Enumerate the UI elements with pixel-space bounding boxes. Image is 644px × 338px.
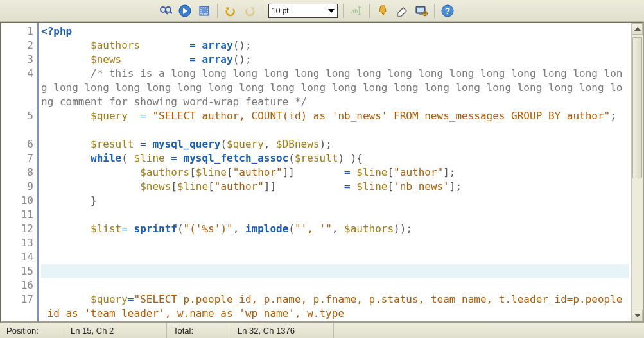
token-var: $line bbox=[177, 180, 208, 192]
token-plain: ( bbox=[288, 223, 295, 235]
token-fn: array bbox=[202, 53, 232, 65]
help-icon: ? bbox=[441, 4, 454, 17]
token-plain bbox=[41, 67, 91, 80]
select-all-button[interactable] bbox=[195, 2, 213, 20]
vertical-scrollbar[interactable] bbox=[631, 23, 643, 321]
scroll-thumb[interactable] bbox=[632, 37, 642, 178]
toolbar-separator bbox=[343, 4, 344, 18]
code-line[interactable] bbox=[41, 250, 629, 264]
svg-point-0 bbox=[161, 7, 166, 12]
status-position-value: Ln 15, Ch 2 bbox=[64, 323, 167, 338]
scroll-down-button[interactable] bbox=[632, 310, 643, 321]
svg-rect-11 bbox=[381, 15, 386, 16]
code-line[interactable]: $authors = array(); bbox=[41, 38, 629, 53]
token-op: = bbox=[189, 53, 202, 65]
token-plain: [ bbox=[208, 180, 214, 192]
rename-button[interactable]: ab bbox=[347, 2, 365, 20]
token-var: $line bbox=[196, 166, 227, 178]
rect-icon bbox=[198, 5, 210, 17]
redo-button[interactable] bbox=[241, 2, 259, 20]
token-plain: (); bbox=[233, 53, 252, 65]
code-line[interactable]: while( $line = mysql_fetch_assoc($result… bbox=[41, 151, 629, 165]
toolbar-separator bbox=[263, 4, 263, 18]
code-area[interactable]: <?php $authors = array(); $news = array(… bbox=[39, 23, 631, 321]
find-button[interactable] bbox=[157, 2, 175, 20]
svg-text:ab: ab bbox=[351, 7, 358, 15]
code-line[interactable]: $news = array(); bbox=[41, 53, 629, 67]
line-number: 1 bbox=[1, 24, 33, 38]
code-line[interactable] bbox=[41, 278, 629, 292]
token-var: $news bbox=[91, 53, 121, 65]
code-line[interactable]: $news[$line["author"]] = $line['nb_news'… bbox=[41, 180, 629, 194]
display-icon bbox=[415, 5, 428, 17]
token-cmt: /* this is a long long long long long lo… bbox=[41, 67, 622, 108]
token-plain: [ bbox=[387, 180, 394, 192]
code-line[interactable]: $query = "SELECT author, COUNT(id) as 'n… bbox=[41, 109, 629, 137]
token-var: $line bbox=[356, 180, 387, 192]
token-str: "SELECT author, COUNT(id) as 'nb_news' F… bbox=[152, 110, 610, 122]
line-gutter: 1234567891011121314151617 bbox=[1, 23, 39, 321]
token-plain: ) ){ bbox=[338, 152, 363, 164]
token-str: "('%s')" bbox=[184, 223, 233, 235]
code-line[interactable]: /* this is a long long long long long lo… bbox=[41, 67, 629, 109]
help-button[interactable]: ? bbox=[439, 2, 457, 20]
highlight-button[interactable] bbox=[374, 2, 392, 20]
code-line[interactable]: $list= sprintf("('%s')", implode("', '",… bbox=[41, 222, 629, 236]
statusbar: Position: Ln 15, Ch 2 Total: Ln 32, Ch 1… bbox=[0, 323, 644, 338]
token-var: $authors bbox=[91, 39, 140, 51]
toolbar-separator bbox=[434, 4, 435, 18]
token-plain: ( bbox=[121, 152, 134, 164]
svg-rect-14 bbox=[419, 13, 422, 15]
line-number: 8 bbox=[1, 165, 33, 180]
token-var: $query bbox=[91, 110, 128, 122]
token-plain: )); bbox=[394, 223, 412, 235]
line-number: 10 bbox=[1, 194, 33, 208]
svg-rect-13 bbox=[417, 8, 424, 12]
status-total-label: Total: bbox=[167, 323, 231, 338]
token-plain bbox=[41, 180, 140, 192]
toolbar: 10 pt ab bbox=[0, 0, 644, 22]
token-plain bbox=[41, 110, 91, 122]
line-number: 15 bbox=[1, 264, 33, 278]
code-line[interactable] bbox=[41, 208, 629, 222]
token-op: = bbox=[189, 39, 202, 51]
token-plain: } bbox=[41, 194, 97, 207]
undo-button[interactable] bbox=[222, 2, 239, 20]
go-button[interactable] bbox=[176, 2, 194, 20]
token-plain: ( bbox=[288, 152, 295, 164]
token-plain bbox=[41, 293, 91, 305]
line-number: 4 bbox=[1, 67, 33, 109]
token-plain: (); bbox=[233, 39, 252, 51]
line-number: 11 bbox=[1, 208, 33, 222]
svg-point-2 bbox=[166, 7, 171, 12]
token-str: "', '" bbox=[295, 223, 332, 235]
token-str: "author" bbox=[233, 166, 283, 178]
token-op: = bbox=[171, 152, 183, 164]
token-plain: ); bbox=[320, 138, 332, 150]
line-number: 16 bbox=[1, 278, 33, 292]
erase-button[interactable] bbox=[393, 2, 411, 20]
svg-text:?: ? bbox=[445, 6, 451, 16]
code-line[interactable]: $query="SELECT p.people_id, p.name, p.fn… bbox=[41, 292, 629, 321]
display-settings-button[interactable] bbox=[412, 2, 430, 20]
toolbar-separator bbox=[217, 4, 218, 18]
token-kw: while bbox=[91, 152, 121, 164]
token-plain: ]] bbox=[283, 166, 344, 178]
code-line[interactable]: } bbox=[41, 194, 629, 208]
font-size-value: 10 pt bbox=[272, 6, 289, 15]
code-line[interactable]: <?php bbox=[41, 24, 629, 38]
token-plain bbox=[128, 110, 140, 122]
token-plain: ]; bbox=[443, 166, 455, 178]
token-plain bbox=[41, 39, 91, 51]
scroll-up-button[interactable] bbox=[632, 23, 643, 35]
token-op: = bbox=[140, 138, 152, 150]
erase-icon bbox=[396, 5, 408, 17]
token-var: $result bbox=[295, 152, 338, 164]
code-line[interactable]: $result = mysql_query($query, $DBnews); bbox=[41, 137, 629, 151]
status-total-value: Ln 32, Ch 1376 bbox=[231, 323, 334, 338]
code-line[interactable] bbox=[41, 236, 629, 250]
font-size-select[interactable]: 10 pt bbox=[268, 4, 338, 18]
token-op: = bbox=[344, 180, 356, 192]
code-line[interactable] bbox=[41, 264, 629, 278]
code-line[interactable]: $authors[$line["author"]] = $line["autho… bbox=[41, 165, 629, 180]
